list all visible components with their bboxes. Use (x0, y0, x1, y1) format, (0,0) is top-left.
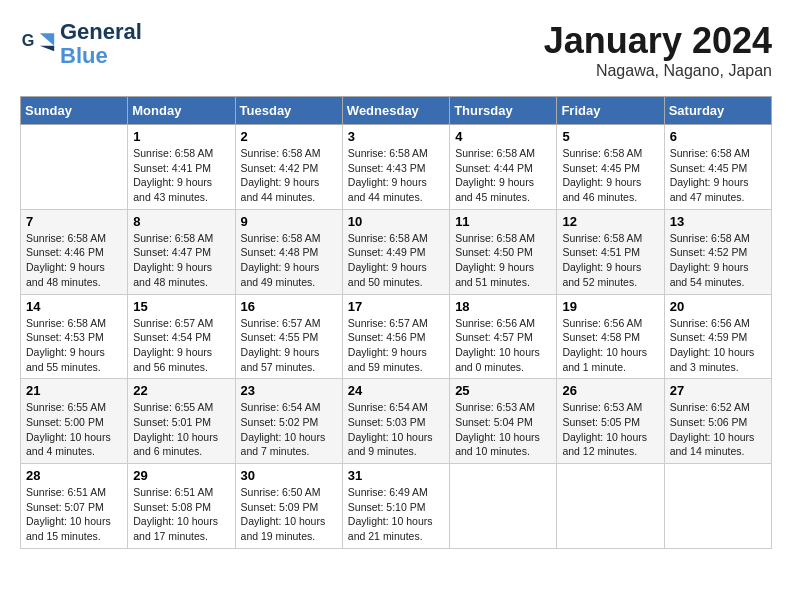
calendar-cell (664, 464, 771, 549)
calendar-cell: 26Sunrise: 6:53 AM Sunset: 5:05 PM Dayli… (557, 379, 664, 464)
day-header-wednesday: Wednesday (342, 97, 449, 125)
calendar-cell: 10Sunrise: 6:58 AM Sunset: 4:49 PM Dayli… (342, 209, 449, 294)
day-detail: Sunrise: 6:56 AM Sunset: 4:59 PM Dayligh… (670, 316, 766, 375)
day-number: 11 (455, 214, 551, 229)
calendar-cell: 5Sunrise: 6:58 AM Sunset: 4:45 PM Daylig… (557, 125, 664, 210)
calendar-week-1: 1Sunrise: 6:58 AM Sunset: 4:41 PM Daylig… (21, 125, 772, 210)
day-detail: Sunrise: 6:58 AM Sunset: 4:52 PM Dayligh… (670, 231, 766, 290)
day-detail: Sunrise: 6:56 AM Sunset: 4:58 PM Dayligh… (562, 316, 658, 375)
calendar-cell: 9Sunrise: 6:58 AM Sunset: 4:48 PM Daylig… (235, 209, 342, 294)
day-detail: Sunrise: 6:58 AM Sunset: 4:50 PM Dayligh… (455, 231, 551, 290)
calendar-cell: 2Sunrise: 6:58 AM Sunset: 4:42 PM Daylig… (235, 125, 342, 210)
day-header-thursday: Thursday (450, 97, 557, 125)
day-header-saturday: Saturday (664, 97, 771, 125)
calendar-cell: 25Sunrise: 6:53 AM Sunset: 5:04 PM Dayli… (450, 379, 557, 464)
calendar-week-2: 7Sunrise: 6:58 AM Sunset: 4:46 PM Daylig… (21, 209, 772, 294)
location: Nagawa, Nagano, Japan (544, 62, 772, 80)
calendar-cell: 6Sunrise: 6:58 AM Sunset: 4:45 PM Daylig… (664, 125, 771, 210)
calendar-cell: 20Sunrise: 6:56 AM Sunset: 4:59 PM Dayli… (664, 294, 771, 379)
calendar-week-3: 14Sunrise: 6:58 AM Sunset: 4:53 PM Dayli… (21, 294, 772, 379)
day-number: 18 (455, 299, 551, 314)
calendar-week-5: 28Sunrise: 6:51 AM Sunset: 5:07 PM Dayli… (21, 464, 772, 549)
calendar-cell: 11Sunrise: 6:58 AM Sunset: 4:50 PM Dayli… (450, 209, 557, 294)
calendar-cell: 8Sunrise: 6:58 AM Sunset: 4:47 PM Daylig… (128, 209, 235, 294)
day-detail: Sunrise: 6:58 AM Sunset: 4:48 PM Dayligh… (241, 231, 337, 290)
day-header-tuesday: Tuesday (235, 97, 342, 125)
logo-text: GeneralBlue (60, 20, 142, 68)
day-detail: Sunrise: 6:56 AM Sunset: 4:57 PM Dayligh… (455, 316, 551, 375)
day-detail: Sunrise: 6:49 AM Sunset: 5:10 PM Dayligh… (348, 485, 444, 544)
calendar-cell: 23Sunrise: 6:54 AM Sunset: 5:02 PM Dayli… (235, 379, 342, 464)
day-number: 23 (241, 383, 337, 398)
day-number: 28 (26, 468, 122, 483)
day-number: 26 (562, 383, 658, 398)
day-number: 6 (670, 129, 766, 144)
calendar-cell (21, 125, 128, 210)
calendar-cell: 22Sunrise: 6:55 AM Sunset: 5:01 PM Dayli… (128, 379, 235, 464)
day-detail: Sunrise: 6:58 AM Sunset: 4:47 PM Dayligh… (133, 231, 229, 290)
day-detail: Sunrise: 6:54 AM Sunset: 5:03 PM Dayligh… (348, 400, 444, 459)
day-detail: Sunrise: 6:58 AM Sunset: 4:51 PM Dayligh… (562, 231, 658, 290)
day-header-sunday: Sunday (21, 97, 128, 125)
calendar-cell: 19Sunrise: 6:56 AM Sunset: 4:58 PM Dayli… (557, 294, 664, 379)
title-block: January 2024 Nagawa, Nagano, Japan (544, 20, 772, 80)
day-number: 13 (670, 214, 766, 229)
day-detail: Sunrise: 6:58 AM Sunset: 4:41 PM Dayligh… (133, 146, 229, 205)
day-detail: Sunrise: 6:53 AM Sunset: 5:05 PM Dayligh… (562, 400, 658, 459)
calendar-cell: 15Sunrise: 6:57 AM Sunset: 4:54 PM Dayli… (128, 294, 235, 379)
day-number: 21 (26, 383, 122, 398)
day-number: 12 (562, 214, 658, 229)
day-detail: Sunrise: 6:58 AM Sunset: 4:45 PM Dayligh… (670, 146, 766, 205)
month-title: January 2024 (544, 20, 772, 62)
day-number: 1 (133, 129, 229, 144)
day-detail: Sunrise: 6:52 AM Sunset: 5:06 PM Dayligh… (670, 400, 766, 459)
day-number: 4 (455, 129, 551, 144)
day-number: 9 (241, 214, 337, 229)
calendar-cell: 16Sunrise: 6:57 AM Sunset: 4:55 PM Dayli… (235, 294, 342, 379)
calendar-cell: 14Sunrise: 6:58 AM Sunset: 4:53 PM Dayli… (21, 294, 128, 379)
calendar-cell: 12Sunrise: 6:58 AM Sunset: 4:51 PM Dayli… (557, 209, 664, 294)
day-detail: Sunrise: 6:53 AM Sunset: 5:04 PM Dayligh… (455, 400, 551, 459)
calendar-cell: 28Sunrise: 6:51 AM Sunset: 5:07 PM Dayli… (21, 464, 128, 549)
day-detail: Sunrise: 6:58 AM Sunset: 4:43 PM Dayligh… (348, 146, 444, 205)
logo: G GeneralBlue (20, 20, 142, 68)
day-number: 15 (133, 299, 229, 314)
day-number: 24 (348, 383, 444, 398)
svg-marker-2 (40, 46, 54, 51)
day-number: 29 (133, 468, 229, 483)
calendar-cell: 7Sunrise: 6:58 AM Sunset: 4:46 PM Daylig… (21, 209, 128, 294)
day-detail: Sunrise: 6:51 AM Sunset: 5:07 PM Dayligh… (26, 485, 122, 544)
calendar-cell (557, 464, 664, 549)
day-header-monday: Monday (128, 97, 235, 125)
day-detail: Sunrise: 6:58 AM Sunset: 4:46 PM Dayligh… (26, 231, 122, 290)
logo-icon: G (20, 26, 56, 62)
calendar-cell (450, 464, 557, 549)
day-detail: Sunrise: 6:57 AM Sunset: 4:54 PM Dayligh… (133, 316, 229, 375)
calendar-header-row: SundayMondayTuesdayWednesdayThursdayFrid… (21, 97, 772, 125)
calendar-week-4: 21Sunrise: 6:55 AM Sunset: 5:00 PM Dayli… (21, 379, 772, 464)
day-number: 25 (455, 383, 551, 398)
day-number: 7 (26, 214, 122, 229)
calendar-table: SundayMondayTuesdayWednesdayThursdayFrid… (20, 96, 772, 549)
day-detail: Sunrise: 6:58 AM Sunset: 4:45 PM Dayligh… (562, 146, 658, 205)
calendar-cell: 1Sunrise: 6:58 AM Sunset: 4:41 PM Daylig… (128, 125, 235, 210)
day-detail: Sunrise: 6:55 AM Sunset: 5:01 PM Dayligh… (133, 400, 229, 459)
calendar-cell: 27Sunrise: 6:52 AM Sunset: 5:06 PM Dayli… (664, 379, 771, 464)
day-detail: Sunrise: 6:51 AM Sunset: 5:08 PM Dayligh… (133, 485, 229, 544)
day-number: 31 (348, 468, 444, 483)
day-number: 22 (133, 383, 229, 398)
day-number: 14 (26, 299, 122, 314)
day-number: 8 (133, 214, 229, 229)
calendar-cell: 21Sunrise: 6:55 AM Sunset: 5:00 PM Dayli… (21, 379, 128, 464)
day-number: 16 (241, 299, 337, 314)
day-detail: Sunrise: 6:57 AM Sunset: 4:55 PM Dayligh… (241, 316, 337, 375)
day-detail: Sunrise: 6:55 AM Sunset: 5:00 PM Dayligh… (26, 400, 122, 459)
day-detail: Sunrise: 6:58 AM Sunset: 4:44 PM Dayligh… (455, 146, 551, 205)
day-number: 2 (241, 129, 337, 144)
day-detail: Sunrise: 6:58 AM Sunset: 4:42 PM Dayligh… (241, 146, 337, 205)
day-detail: Sunrise: 6:50 AM Sunset: 5:09 PM Dayligh… (241, 485, 337, 544)
day-number: 27 (670, 383, 766, 398)
calendar-cell: 17Sunrise: 6:57 AM Sunset: 4:56 PM Dayli… (342, 294, 449, 379)
calendar-cell: 24Sunrise: 6:54 AM Sunset: 5:03 PM Dayli… (342, 379, 449, 464)
svg-text:G: G (22, 31, 35, 49)
